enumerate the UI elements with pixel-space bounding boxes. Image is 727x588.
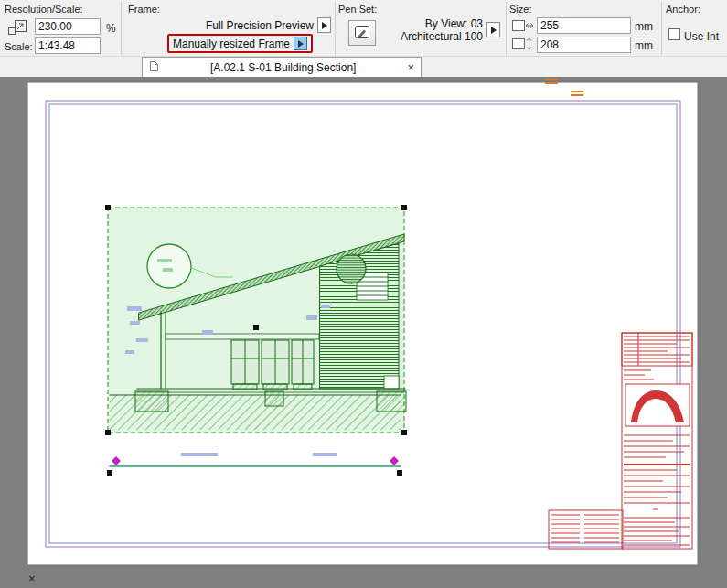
window-frames — [231, 340, 314, 390]
manually-resized-arrow-button[interactable] — [294, 37, 307, 50]
tree-symbol — [337, 254, 366, 283]
pen-set-by-view-value[interactable]: By View: 03 Architectural 100 — [393, 17, 483, 43]
layout-tab-bar: [A.02.1 S-01 Building Section] × — [0, 57, 727, 77]
resolution-icon — [6, 18, 30, 40]
scale-label: Scale: — [5, 41, 33, 52]
pen-set-by-view-line1: By View: 03 — [393, 17, 483, 30]
tree-symbol — [147, 244, 191, 288]
frame-label: Frame: — [128, 4, 160, 15]
full-precision-arrow-button[interactable] — [317, 17, 331, 33]
layout-drawing-area: × — [0, 77, 727, 588]
size-label: Size: — [509, 4, 531, 15]
pen-set-label: Pen Set: — [338, 4, 377, 15]
toolbar-separator — [121, 2, 122, 55]
full-precision-preview-option[interactable]: Full Precision Preview — [169, 19, 314, 32]
anchor-label: Anchor: — [666, 4, 700, 15]
options-toolbar: Resolution/Scale: % Scale: Frame: Full P… — [0, 0, 727, 57]
page-width-icon — [511, 18, 534, 37]
resolution-input[interactable] — [35, 18, 101, 35]
toolbar-separator — [335, 2, 336, 55]
toolbar-separator — [506, 2, 507, 55]
ground-hatch — [110, 395, 401, 430]
manually-resized-frame-highlight: Manually resized Frame — [167, 34, 313, 53]
resolution-unit-label: % — [106, 22, 116, 35]
corner-close-mark[interactable]: × — [28, 572, 36, 585]
size-width-input[interactable] — [537, 17, 631, 34]
pen-set-icon — [352, 23, 372, 44]
tab-label: [A.02.1 S-01 Building Section] — [165, 61, 401, 74]
pen-set-by-view-line2: Architectural 100 — [393, 30, 483, 43]
size-height-input[interactable] — [537, 37, 631, 53]
right-arrow-icon — [322, 22, 327, 29]
use-internal-checkbox-label: Use Int — [684, 30, 719, 43]
scale-input[interactable] — [35, 37, 101, 54]
pen-set-arrow-button[interactable] — [486, 22, 500, 37]
document-icon — [149, 59, 159, 76]
pen-set-button[interactable] — [348, 20, 376, 46]
use-internal-checkbox[interactable] — [668, 28, 680, 40]
size-width-unit: mm — [635, 20, 653, 33]
right-arrow-icon — [491, 27, 497, 34]
page-height-icon — [511, 37, 534, 56]
manually-resized-frame-option[interactable]: Manually resized Frame — [173, 37, 290, 50]
tab-building-section[interactable]: [A.02.1 S-01 Building Section] × — [142, 57, 422, 77]
right-arrow-icon — [298, 40, 304, 48]
layout-canvas[interactable]: × — [0, 77, 727, 588]
anchor-section: Anchor: Use Int — [662, 0, 727, 57]
floor-slab — [166, 334, 319, 339]
tab-close-icon[interactable]: × — [407, 61, 414, 73]
size-height-unit: mm — [635, 39, 653, 52]
resolution-scale-label: Resolution/Scale: — [5, 4, 83, 15]
